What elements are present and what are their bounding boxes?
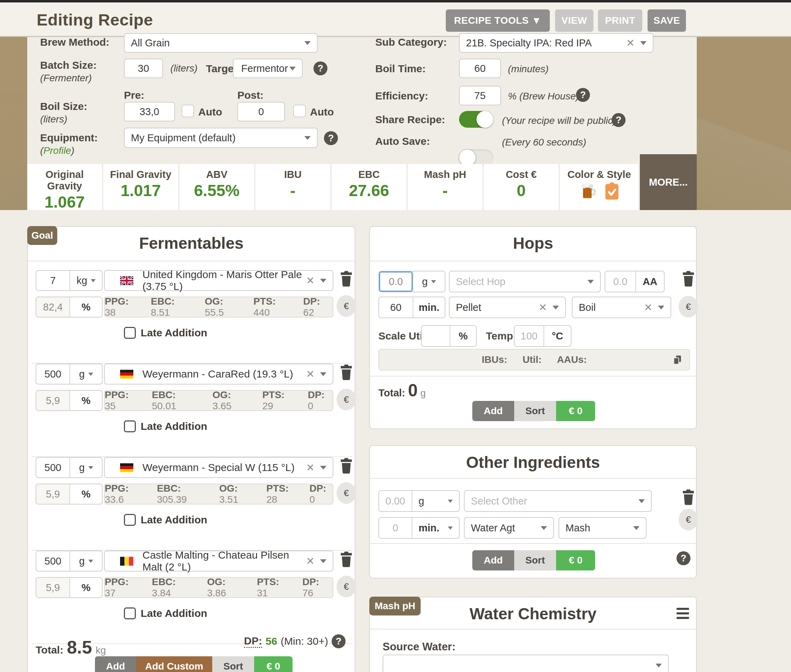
add-hop-button[interactable]: Add <box>472 401 514 421</box>
hop-aa-input[interactable]: 0.0 <box>605 272 635 292</box>
temp-input[interactable]: 100 <box>515 326 544 346</box>
late-addition-checkbox[interactable] <box>124 608 136 619</box>
clear-icon[interactable]: ✕ <box>539 301 547 313</box>
euro-cost-button[interactable]: € <box>337 576 356 597</box>
percent-input[interactable]: 5,9 <box>36 391 69 410</box>
clear-icon[interactable]: ✕ <box>306 275 314 286</box>
mash-ph-badge[interactable]: Mash pH <box>369 597 420 616</box>
scale-util-control[interactable]: % <box>421 325 477 347</box>
percent-input[interactable]: 5,9 <box>36 578 69 597</box>
goal-badge[interactable]: Goal <box>27 226 57 245</box>
print-button[interactable]: PRINT <box>598 10 642 32</box>
fermentable-amount-control[interactable]: 500 g <box>35 457 103 478</box>
other-help-icon[interactable]: ? <box>677 551 690 565</box>
fermentable-percent-control[interactable]: 82,4 % <box>35 297 103 317</box>
add-custom-fermentable-button[interactable]: Add Custom <box>136 656 212 672</box>
share-recipe-toggle[interactable] <box>459 111 493 128</box>
menu-icon[interactable] <box>677 608 689 619</box>
percent-input[interactable]: 82,4 <box>36 297 69 317</box>
other-amount-input[interactable]: 0.00 <box>379 491 412 511</box>
fermentable-amount-control[interactable]: 500 g <box>35 550 103 571</box>
late-addition-option[interactable]: Late Addition <box>124 421 207 432</box>
delete-icon[interactable] <box>340 271 353 287</box>
amount-input[interactable]: 7 <box>36 271 69 290</box>
fermentable-select[interactable]: Weyermann - Special W (115 °L) ✕ <box>104 457 334 478</box>
hops-cost-button[interactable]: € 0 <box>556 401 595 421</box>
fermentable-percent-control[interactable]: 5,9 % <box>35 483 103 504</box>
boil-size-post-input[interactable]: 0 <box>237 102 285 122</box>
clear-icon[interactable]: ✕ <box>626 37 635 49</box>
style-clipboard-icon[interactable] <box>605 182 619 200</box>
unit-select[interactable]: g <box>69 458 102 477</box>
temp-control[interactable]: 100 °C <box>514 325 571 347</box>
unit-select[interactable]: kg <box>69 271 102 290</box>
equipment-profile-link[interactable]: Profile <box>43 145 71 156</box>
unit-select[interactable]: g <box>69 364 102 384</box>
hop-select[interactable]: Select Hop <box>449 271 601 293</box>
boil-size-pre-input[interactable]: 33,0 <box>124 102 175 122</box>
late-addition-option[interactable]: Late Addition <box>124 514 207 526</box>
fermentable-amount-control[interactable]: 7 kg <box>35 270 103 291</box>
delete-icon[interactable] <box>340 458 353 474</box>
delete-icon[interactable] <box>682 271 695 287</box>
unit-select[interactable]: g <box>69 551 102 571</box>
other-time-unit-select[interactable]: min. <box>412 518 459 538</box>
late-addition-checkbox[interactable] <box>124 514 136 526</box>
fermentable-percent-control[interactable]: 5,9 % <box>35 390 103 411</box>
amount-input[interactable]: 500 <box>36 364 69 384</box>
dp-help-icon[interactable]: ? <box>332 634 346 648</box>
fermentable-select[interactable]: Weyermann - CaraRed (19.3 °L) ✕ <box>104 363 334 384</box>
sort-fermentables-button[interactable]: Sort <box>212 656 254 672</box>
batch-size-input[interactable]: 30 <box>124 59 163 78</box>
clear-icon[interactable]: ✕ <box>306 462 314 474</box>
euro-cost-button[interactable]: € <box>679 509 698 530</box>
percent-input[interactable]: 5,9 <box>36 484 69 504</box>
hop-use-select[interactable]: Boil ✕ <box>572 297 671 318</box>
clear-icon[interactable]: ✕ <box>306 555 314 567</box>
efficiency-help-icon[interactable]: ? <box>576 88 590 102</box>
save-button[interactable]: SAVE <box>648 10 686 32</box>
fermentable-percent-control[interactable]: 5,9 % <box>35 577 103 598</box>
clear-icon[interactable]: ✕ <box>306 368 314 380</box>
other-cost-button[interactable]: € 0 <box>556 550 595 570</box>
hop-time-input[interactable]: 60 <box>379 297 412 317</box>
add-other-button[interactable]: Add <box>472 550 514 570</box>
late-addition-option[interactable]: Late Addition <box>124 327 207 339</box>
view-button[interactable]: VIEW <box>555 10 594 32</box>
fermentable-amount-control[interactable]: 500 g <box>35 363 103 384</box>
hop-amount-input[interactable]: 0.0 <box>379 272 412 292</box>
other-unit-select[interactable]: g <box>412 491 459 511</box>
delete-icon[interactable] <box>682 489 695 505</box>
sort-other-button[interactable]: Sort <box>514 550 556 570</box>
euro-cost-button[interactable]: € <box>337 482 356 504</box>
beer-mug-icon[interactable] <box>579 182 596 199</box>
sub-category-select[interactable]: 21B. Specialty IPA: Red IPA ✕ <box>459 33 653 53</box>
boil-time-input[interactable]: 60 <box>459 59 501 78</box>
efficiency-input[interactable]: 75 <box>459 86 501 106</box>
other-select[interactable]: Select Other <box>464 490 652 512</box>
hop-time-control[interactable]: 60 min. <box>379 297 445 318</box>
fermentable-select[interactable]: Castle Malting - Chateau Pilsen Malt (2 … <box>104 550 334 571</box>
late-addition-option[interactable]: Late Addition <box>124 608 207 619</box>
other-type-select[interactable]: Water Agt <box>464 517 554 539</box>
add-fermentable-button[interactable]: Add <box>95 656 136 672</box>
euro-cost-button[interactable]: € <box>337 295 356 317</box>
euro-cost-button[interactable]: € <box>337 389 356 410</box>
other-time-input[interactable]: 0 <box>379 518 412 538</box>
delete-icon[interactable] <box>340 364 353 380</box>
equipment-select[interactable]: My Equipment (default) <box>124 128 318 148</box>
brew-method-select[interactable]: All Grain <box>124 33 318 53</box>
target-help-icon[interactable]: ? <box>313 61 327 75</box>
late-addition-checkbox[interactable] <box>124 327 136 339</box>
other-use-select[interactable]: Mash <box>558 517 647 539</box>
recipe-tools-button[interactable]: RECIPE TOOLS ▼ <box>446 10 550 32</box>
hop-amount-control[interactable]: 0.0 g <box>379 271 445 293</box>
hop-unit-select[interactable]: g <box>412 272 445 292</box>
clear-icon[interactable]: ✕ <box>644 301 652 313</box>
fermentable-select[interactable]: United Kingdom - Maris Otter Pale (3.75 … <box>104 270 334 291</box>
copy-icon[interactable] <box>673 355 682 365</box>
share-help-icon[interactable]: ? <box>611 113 626 127</box>
other-amount-control[interactable]: 0.00 g <box>379 490 460 512</box>
late-addition-checkbox[interactable] <box>124 421 136 432</box>
boil-pre-auto-checkbox[interactable] <box>181 105 194 117</box>
